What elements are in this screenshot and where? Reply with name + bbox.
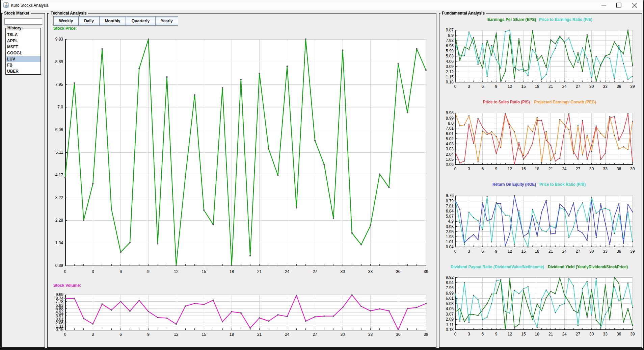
svg-text:39: 39 <box>630 167 635 171</box>
svg-text:8.0: 8.0 <box>448 121 454 126</box>
svg-text:7.96: 7.96 <box>446 285 454 290</box>
svg-text:3.07: 3.07 <box>446 312 454 317</box>
svg-text:5.03: 5.03 <box>446 54 454 58</box>
svg-text:0: 0 <box>454 167 457 171</box>
svg-text:4.17: 4.17 <box>55 173 63 177</box>
svg-text:1.01: 1.01 <box>446 240 454 244</box>
svg-text:39: 39 <box>424 269 428 274</box>
svg-text:6.99: 6.99 <box>446 291 454 296</box>
svg-text:5.99: 5.99 <box>446 49 454 53</box>
svg-text:6.84: 6.84 <box>446 209 454 214</box>
svg-text:6: 6 <box>481 249 484 254</box>
svg-text:5.02: 5.02 <box>446 136 454 141</box>
svg-text:30: 30 <box>589 84 594 89</box>
svg-text:6: 6 <box>119 269 122 274</box>
svg-text:18: 18 <box>230 269 234 274</box>
svg-text:9.83: 9.83 <box>55 37 63 42</box>
svg-text:33: 33 <box>368 269 373 274</box>
svg-text:21: 21 <box>257 269 262 274</box>
svg-text:36: 36 <box>617 249 621 254</box>
svg-text:33: 33 <box>603 84 608 89</box>
svg-text:3: 3 <box>468 167 470 171</box>
svg-text:9: 9 <box>147 269 150 274</box>
svg-text:5.03: 5.03 <box>446 301 454 306</box>
svg-text:0: 0 <box>454 332 457 336</box>
svg-text:4.05: 4.05 <box>446 306 454 311</box>
svg-text:39: 39 <box>630 84 635 89</box>
svg-text:15: 15 <box>202 269 207 274</box>
svg-text:8.99: 8.99 <box>446 116 454 121</box>
svg-text:0: 0 <box>454 249 457 254</box>
svg-text:30: 30 <box>589 332 594 336</box>
svg-text:39: 39 <box>630 332 635 336</box>
svg-text:39: 39 <box>424 332 428 337</box>
svg-text:18: 18 <box>535 167 540 171</box>
svg-text:27: 27 <box>313 332 317 337</box>
svg-text:9.76: 9.76 <box>446 193 454 198</box>
svg-text:2.28: 2.28 <box>55 218 63 223</box>
svg-text:3.03: 3.03 <box>446 147 454 151</box>
svg-text:6.01: 6.01 <box>446 131 454 136</box>
svg-text:9.87: 9.87 <box>446 28 454 32</box>
svg-text:21: 21 <box>548 332 553 336</box>
svg-text:1.34: 1.34 <box>55 241 63 245</box>
svg-text:3: 3 <box>92 269 94 274</box>
svg-text:18: 18 <box>535 332 540 336</box>
svg-text:Price to Earnings Ratio (P/E): Price to Earnings Ratio (P/E) <box>539 17 592 22</box>
svg-text:2.04: 2.04 <box>446 152 454 157</box>
svg-text:0: 0 <box>454 84 457 89</box>
svg-text:6: 6 <box>481 332 484 336</box>
svg-text:3: 3 <box>468 84 470 89</box>
svg-text:36: 36 <box>617 332 621 336</box>
svg-text:33: 33 <box>603 249 608 254</box>
svg-text:4.06: 4.06 <box>446 59 454 64</box>
svg-text:7.95: 7.95 <box>55 82 63 87</box>
svg-text:21: 21 <box>548 167 553 171</box>
svg-text:8.94: 8.94 <box>446 280 454 285</box>
svg-text:Dividend Payout Ratio (Dividen: Dividend Payout Ratio (DividendValue/Net… <box>451 265 544 269</box>
svg-text:12: 12 <box>174 332 179 337</box>
svg-text:0.04: 0.04 <box>446 245 454 249</box>
svg-text:6.96: 6.96 <box>446 44 454 48</box>
svg-text:Return On Equity (ROE): Return On Equity (ROE) <box>492 182 536 187</box>
svg-text:30: 30 <box>341 332 345 337</box>
svg-text:27: 27 <box>576 84 581 89</box>
svg-text:3.22: 3.22 <box>55 195 63 200</box>
svg-text:0.18: 0.18 <box>446 80 454 84</box>
svg-text:12: 12 <box>174 269 179 274</box>
svg-text:3: 3 <box>92 332 94 337</box>
svg-text:18: 18 <box>535 249 540 254</box>
svg-text:2.09: 2.09 <box>446 317 454 322</box>
svg-text:5.87: 5.87 <box>446 214 454 219</box>
svg-text:4.9: 4.9 <box>448 219 454 224</box>
svg-text:12: 12 <box>508 249 512 254</box>
svg-text:12: 12 <box>508 332 512 336</box>
svg-text:9: 9 <box>495 84 498 89</box>
svg-text:1.98: 1.98 <box>446 234 454 239</box>
svg-text:6.01: 6.01 <box>446 296 454 301</box>
svg-text:7.93: 7.93 <box>446 38 454 43</box>
svg-text:6: 6 <box>481 84 484 89</box>
svg-text:27: 27 <box>313 269 317 274</box>
svg-text:24: 24 <box>562 84 567 89</box>
svg-text:6.06: 6.06 <box>55 127 63 132</box>
svg-text:12: 12 <box>508 167 512 171</box>
svg-text:Price to Sales Ratio (P/S): Price to Sales Ratio (P/S) <box>483 100 530 104</box>
svg-text:9: 9 <box>495 249 498 254</box>
svg-text:0.15: 0.15 <box>56 327 64 332</box>
svg-text:8.9: 8.9 <box>448 33 454 38</box>
svg-text:21: 21 <box>548 84 553 89</box>
svg-text:30: 30 <box>589 167 594 171</box>
svg-text:18: 18 <box>535 84 540 89</box>
svg-text:3: 3 <box>468 332 470 336</box>
svg-text:21: 21 <box>548 249 553 254</box>
svg-text:33: 33 <box>603 332 608 336</box>
svg-text:3.09: 3.09 <box>446 64 454 69</box>
svg-text:15: 15 <box>521 84 526 89</box>
svg-text:15: 15 <box>521 332 526 336</box>
svg-text:18: 18 <box>230 332 234 337</box>
svg-text:9.98: 9.98 <box>446 110 454 115</box>
svg-text:9.92: 9.92 <box>446 275 454 280</box>
svg-text:7.81: 7.81 <box>446 204 454 208</box>
svg-text:24: 24 <box>562 167 567 171</box>
